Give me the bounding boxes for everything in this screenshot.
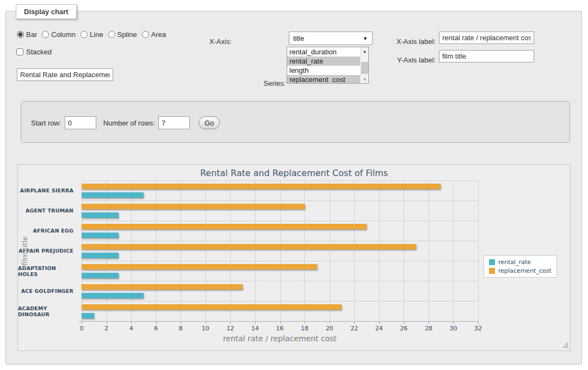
y-grid-line — [82, 301, 478, 302]
bar-replacement_cost[interactable] — [82, 224, 367, 229]
series-select-label: Series: — [229, 79, 286, 87]
y-grid-line — [82, 221, 478, 221]
x-grid-line — [453, 180, 454, 321]
x-tick-label: 10 — [196, 325, 215, 332]
bar-rental_rate[interactable] — [82, 273, 119, 278]
start-row-label: Start row: — [31, 119, 61, 127]
chart-type-option-bar[interactable]: Bar — [17, 30, 37, 39]
stacked-checkbox[interactable] — [16, 48, 23, 55]
x-tick-label: 22 — [345, 325, 363, 332]
y-grid-line — [82, 200, 478, 201]
chart-type-radio-group: Bar Column Line Spline Area — [17, 30, 166, 39]
bar-replacement_cost[interactable] — [82, 304, 342, 310]
chart-type-option-spline[interactable]: Spline — [108, 30, 137, 39]
x-grid-line — [131, 180, 132, 321]
x-grid-line — [305, 180, 305, 321]
spline-radio-label: Spline — [117, 30, 137, 39]
bar-rental_rate[interactable] — [82, 313, 94, 318]
x-tick-mark — [478, 321, 479, 324]
x-tick-label: 0 — [72, 325, 91, 332]
scroll-down-icon[interactable]: ▼ — [361, 76, 369, 83]
x-grid-line — [230, 180, 231, 321]
legend-item-rental_rate[interactable]: rental_rate — [489, 259, 552, 266]
x-grid-line — [156, 180, 157, 321]
bar-rental_rate[interactable] — [82, 293, 144, 298]
x-grid-line — [206, 180, 206, 321]
y-axis-label-input[interactable] — [439, 50, 534, 62]
chart-legend[interactable]: rental_ratereplacement_cost — [484, 255, 557, 278]
y-grid-line — [82, 180, 478, 181]
bar-replacement_cost[interactable] — [82, 264, 317, 269]
chart-title: Rental Rate and Replacement Cost of Film… — [18, 168, 570, 178]
x-axis-label-input[interactable] — [439, 32, 534, 44]
area-radio[interactable] — [142, 31, 149, 38]
x-axis-select-label: X-Axis: — [185, 37, 232, 46]
go-button[interactable]: Go — [199, 116, 220, 129]
legend-swatch — [489, 259, 495, 265]
x-grid-line — [107, 180, 107, 321]
x-tick-label: 18 — [295, 325, 314, 332]
x-grid-line — [82, 180, 82, 321]
x-grid-line — [330, 180, 330, 321]
legend-label: replacement_cost — [498, 267, 552, 274]
category-label: AGENT TRUMAN — [18, 200, 78, 221]
chart-type-option-area[interactable]: Area — [142, 30, 166, 39]
legend-swatch — [489, 268, 495, 274]
column-radio[interactable] — [42, 31, 49, 38]
x-tick-label: 28 — [419, 325, 438, 332]
x-grid-line — [181, 180, 181, 321]
spline-radio[interactable] — [108, 31, 115, 38]
chart-type-option-column[interactable]: Column — [42, 30, 76, 39]
x-grid-line — [379, 180, 380, 321]
x-grid-line — [255, 180, 256, 321]
scrollbar-thumb[interactable] — [361, 62, 368, 74]
x-axis-select[interactable]: title ▼ — [289, 32, 373, 45]
x-tick-label: 20 — [320, 325, 339, 332]
row-range-panel: Start row: Number of rows: Go — [21, 101, 570, 143]
bar-rental_rate[interactable] — [82, 233, 119, 238]
series-listbox[interactable]: rental_durationrental_ratelengthreplacem… — [287, 47, 369, 84]
resize-handle-icon[interactable] — [562, 342, 568, 349]
x-tick-label: 16 — [271, 325, 289, 332]
chart-title-input[interactable] — [17, 68, 113, 81]
page: Display chart Bar Column Line Spline Are… — [0, 0, 588, 370]
chart-container: Rental Rate and Replacement Cost of Film… — [17, 164, 571, 351]
area-radio-label: Area — [151, 30, 166, 39]
num-rows-input[interactable] — [158, 116, 190, 129]
y-grid-line — [82, 281, 478, 281]
bar-radio[interactable] — [17, 31, 24, 38]
series-option[interactable]: length — [287, 66, 360, 75]
series-option[interactable]: replacement_cost — [287, 75, 360, 83]
start-row-input[interactable] — [65, 116, 96, 129]
scroll-up-icon[interactable]: ▲ — [361, 47, 369, 55]
series-option[interactable]: rental_duration — [287, 47, 360, 57]
line-radio[interactable] — [81, 31, 88, 38]
x-grid-line — [404, 180, 404, 321]
y-axis-label-field-label: Y-Axis label: — [387, 56, 436, 64]
x-tick-label: 2 — [97, 325, 116, 332]
x-tick-label: 12 — [221, 325, 239, 332]
x-grid-line — [429, 180, 429, 321]
stacked-option[interactable]: Stacked — [16, 48, 52, 56]
line-radio-label: Line — [90, 30, 103, 39]
x-tick-label: 24 — [370, 325, 388, 332]
chevron-down-icon: ▼ — [363, 36, 368, 41]
bar-rental_rate[interactable] — [82, 253, 119, 258]
bar-replacement_cost[interactable] — [82, 204, 305, 209]
chart-type-option-line[interactable]: Line — [81, 30, 103, 39]
x-axis-title: rental rate / replacement cost — [82, 334, 478, 343]
x-tick-label: 30 — [444, 325, 462, 332]
display-chart-panel: Display chart Bar Column Line Spline Are… — [5, 11, 582, 365]
listbox-scrollbar[interactable]: ▲ ▼ — [360, 47, 368, 83]
num-rows-label: Number of rows: — [103, 119, 155, 127]
series-option[interactable]: rental_rate — [287, 57, 360, 66]
x-grid-line — [354, 180, 355, 321]
x-grid-line — [478, 180, 479, 321]
bar-rental_rate[interactable] — [82, 212, 119, 218]
bar-replacement_cost[interactable] — [82, 284, 243, 290]
bar-replacement_cost[interactable] — [82, 244, 416, 249]
legend-item-replacement_cost[interactable]: replacement_cost — [489, 267, 552, 274]
bar-rental_rate[interactable] — [82, 192, 144, 198]
legend-label: rental_rate — [498, 259, 531, 266]
bar-replacement_cost[interactable] — [82, 184, 441, 189]
